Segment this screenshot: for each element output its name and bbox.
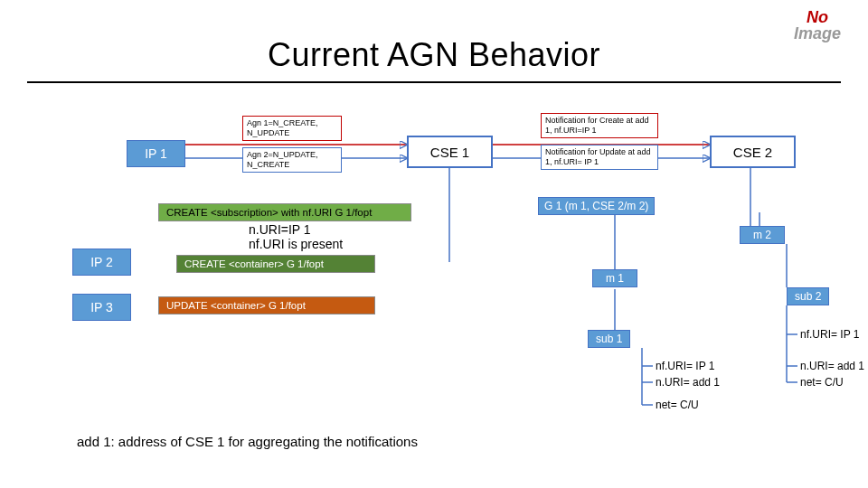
msg-create-subscription: CREATE <subscription> with nf.URI G 1/fo… — [158, 203, 411, 221]
diagram: IP 1 IP 2 IP 3 CSE 1 CSE 2 Agn 1=N_CREAT… — [0, 0, 868, 488]
node-cse1: CSE 1 — [407, 136, 493, 168]
tree-g1: G 1 (m 1, CSE 2/m 2) — [538, 197, 655, 215]
sub2-net: net= C/U — [800, 376, 844, 389]
node-ip2: IP 2 — [72, 249, 131, 276]
msg-update-container: UPDATE <container> G 1/fopt — [158, 296, 375, 314]
node-ip3: IP 3 — [72, 294, 131, 321]
msg-nuri: n.URI=IP 1 — [249, 222, 311, 237]
sub1-net: net= C/U — [656, 399, 699, 411]
sub1-nuri: n.URI= add 1 — [656, 376, 720, 389]
msg-nfuri-present: nf.URI is present — [249, 237, 343, 251]
tree-sub1: sub 1 — [588, 330, 630, 348]
notif-create-label: Notification for Create at add 1, nf.URI… — [541, 113, 658, 138]
sub1-nfuri: nf.URI= IP 1 — [656, 360, 714, 372]
tree-sub2: sub 2 — [787, 287, 829, 305]
agn2-label: Agn 2=N_UPDATE, N_CREATE — [242, 147, 342, 173]
connector-lines — [0, 0, 868, 488]
tree-m1: m 1 — [592, 269, 637, 287]
agn1-label: Agn 1=N_CREATE, N_UPDATE — [242, 116, 342, 141]
tree-m2: m 2 — [740, 226, 785, 244]
footnote: add 1: address of CSE 1 for aggregating … — [77, 434, 418, 449]
msg-create-container: CREATE <container> G 1/fopt — [176, 255, 375, 273]
sub2-nfuri: nf.URI= IP 1 — [800, 328, 859, 341]
sub2-nuri: n.URI= add 1 — [800, 360, 864, 372]
node-cse2: CSE 2 — [710, 136, 796, 168]
node-ip1: IP 1 — [127, 140, 185, 167]
notif-update-label: Notification for Update at add 1, nf.URI… — [541, 145, 658, 170]
